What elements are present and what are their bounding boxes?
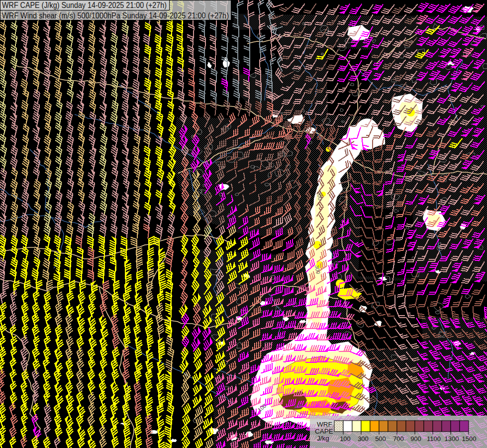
svg-text:700: 700	[393, 435, 404, 443]
svg-text:1500: 1500	[462, 435, 477, 443]
svg-text:100: 100	[340, 435, 351, 443]
svg-text:1100: 1100	[427, 435, 441, 443]
svg-text:300: 300	[358, 435, 369, 443]
svg-text:1300: 1300	[445, 435, 459, 443]
svg-text:J/kg: J/kg	[317, 435, 329, 442]
svg-text:CAPE: CAPE	[315, 428, 333, 435]
svg-text:500: 500	[375, 435, 386, 443]
svg-text:WRF: WRF	[317, 421, 332, 428]
svg-text:900: 900	[410, 435, 421, 443]
svg-text:WRF CAPE (J/kg) Sunday 14-09-2: WRF CAPE (J/kg) Sunday 14-09-2025 21:00 …	[2, 0, 167, 9]
svg-text:WRF Wind shear (m/s) 500/1000h: WRF Wind shear (m/s) 500/1000hPa Sunday …	[2, 11, 229, 20]
